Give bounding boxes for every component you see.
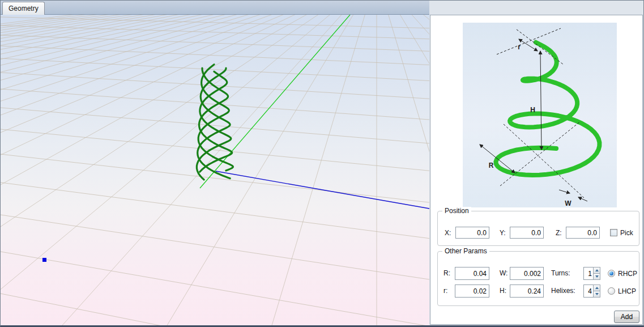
w-arrow-left <box>559 190 570 193</box>
label-H: H <box>530 106 535 114</box>
x-axis-line <box>216 171 429 209</box>
tab-geometry[interactable]: Geometry <box>2 2 45 15</box>
r-small-label: r: <box>443 287 447 295</box>
H-label: H: <box>500 287 506 295</box>
h-dimension-arrow <box>540 51 541 150</box>
chevron-up-icon <box>595 287 599 289</box>
helixes-input[interactable] <box>583 284 593 298</box>
H-input[interactable] <box>510 284 544 298</box>
pick-checkbox[interactable] <box>610 229 617 236</box>
y-label: Y: <box>500 229 506 237</box>
origin-marker <box>42 258 46 262</box>
x-label: X: <box>445 229 451 237</box>
helixes-spinner <box>583 284 600 298</box>
R-input[interactable] <box>455 267 489 280</box>
lhcp-label: LHCP <box>618 287 636 295</box>
turns-down-button[interactable] <box>593 274 600 280</box>
rhcp-radio[interactable] <box>608 270 615 277</box>
ground-grid <box>1 15 429 325</box>
position-group-title: Position <box>442 207 471 215</box>
turns-label: Turns: <box>551 269 570 277</box>
rhcp-label: RHCP <box>618 270 637 278</box>
multifilar-helix-model[interactable] <box>197 65 233 180</box>
r-small-input[interactable] <box>455 284 489 298</box>
helix-diagram-image: r H R W <box>463 23 617 207</box>
app-window: Geometry Multi-filar Helix ✕ <box>0 0 644 327</box>
add-button[interactable]: Add <box>614 311 639 323</box>
label-W: W <box>565 199 572 207</box>
y-input[interactable] <box>510 227 544 239</box>
chevron-up-icon <box>595 269 599 271</box>
z-input[interactable] <box>566 227 600 239</box>
turns-spinner <box>583 267 600 280</box>
w-arrow-right <box>578 197 587 201</box>
turns-input[interactable] <box>583 267 593 280</box>
label-R: R <box>489 162 494 169</box>
left-tabbar: Geometry <box>1 1 429 15</box>
turns-up-button[interactable] <box>593 267 600 274</box>
label-r: r <box>518 43 521 51</box>
chevron-down-icon <box>595 293 599 295</box>
R-label: R: <box>443 269 450 277</box>
W-label: W: <box>500 269 507 277</box>
helixes-label: Helixes: <box>551 287 575 295</box>
geometry-viewport[interactable] <box>1 15 429 325</box>
helixes-down-button[interactable] <box>593 291 600 298</box>
chevron-down-icon <box>595 275 599 278</box>
helix-panel-body: r H R W Position X: Y: Z: Pick Other Par… <box>430 15 643 325</box>
helixes-up-button[interactable] <box>593 284 600 291</box>
diagram-helix-drawing <box>496 43 599 175</box>
tab-geometry-label: Geometry <box>8 3 39 15</box>
W-input[interactable] <box>510 267 544 280</box>
lhcp-radio[interactable] <box>608 287 615 295</box>
other-params-group-title: Other Params <box>442 247 489 255</box>
property-pane: Multi-filar Helix ✕ <box>429 1 643 325</box>
x-input[interactable] <box>455 227 489 239</box>
z-label: Z: <box>556 229 562 237</box>
pick-label: Pick <box>620 229 633 237</box>
